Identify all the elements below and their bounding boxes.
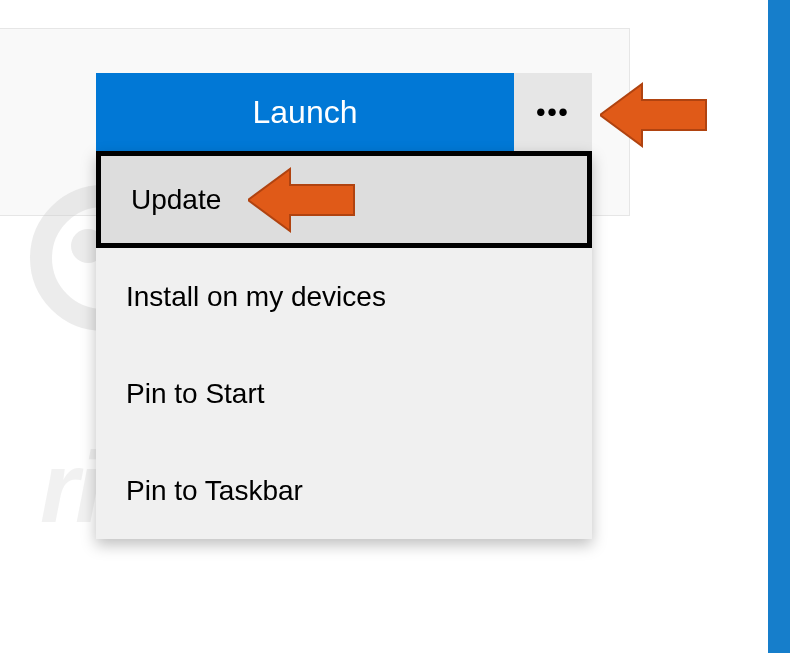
menu-item-pin-to-start[interactable]: Pin to Start — [96, 345, 592, 442]
more-options-button[interactable]: ••• — [514, 73, 592, 151]
menu-item-update[interactable]: Update — [96, 151, 592, 248]
launch-button-label: Launch — [253, 94, 358, 131]
right-accent-bar — [768, 0, 790, 653]
ellipsis-icon: ••• — [536, 97, 569, 128]
menu-item-label: Update — [131, 184, 221, 216]
menu-item-label: Install on my devices — [126, 281, 386, 313]
menu-item-install-on-my-devices[interactable]: Install on my devices — [96, 248, 592, 345]
launch-button[interactable]: Launch — [96, 73, 514, 151]
menu-item-label: Pin to Taskbar — [126, 475, 303, 507]
menu-item-pin-to-taskbar[interactable]: Pin to Taskbar — [96, 442, 592, 539]
menu-item-label: Pin to Start — [126, 378, 265, 410]
context-menu: Update Install on my devices Pin to Star… — [96, 151, 592, 539]
